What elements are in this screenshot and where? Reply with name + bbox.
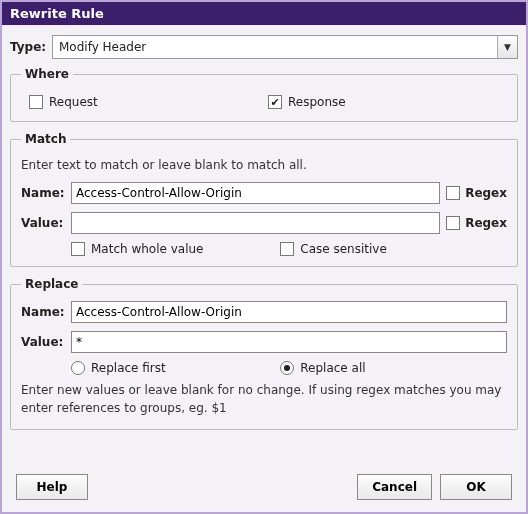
type-label: Type: xyxy=(10,40,46,54)
type-row: Type: Modify Header ▼ xyxy=(10,35,518,59)
replace-first-radio[interactable] xyxy=(71,361,85,375)
match-whole-label: Match whole value xyxy=(91,242,204,256)
window-titlebar: Rewrite Rule xyxy=(2,2,526,25)
replace-name-row: Name: xyxy=(21,301,507,323)
window-title: Rewrite Rule xyxy=(10,6,104,21)
request-label: Request xyxy=(49,95,98,109)
match-value-input[interactable] xyxy=(71,212,440,234)
match-name-row: Name: Regex xyxy=(21,182,507,204)
match-value-row: Value: Regex xyxy=(21,212,507,234)
type-select[interactable]: Modify Header ▼ xyxy=(52,35,518,59)
where-group: Where Request Response xyxy=(10,67,518,122)
replace-value-row: Value: xyxy=(21,331,507,353)
match-name-regex-label: Regex xyxy=(465,186,507,200)
match-value-label: Value: xyxy=(21,216,65,230)
help-button[interactable]: Help xyxy=(16,474,88,500)
match-name-regex-option[interactable]: Regex xyxy=(446,186,507,200)
request-checkbox[interactable] xyxy=(29,95,43,109)
cancel-button[interactable]: Cancel xyxy=(357,474,432,500)
response-option[interactable]: Response xyxy=(268,95,507,109)
match-name-regex-checkbox[interactable] xyxy=(446,186,460,200)
match-legend: Match xyxy=(21,132,70,146)
where-row: Request Response xyxy=(21,91,507,111)
match-value-regex-option[interactable]: Regex xyxy=(446,216,507,230)
match-whole-checkbox[interactable] xyxy=(71,242,85,256)
type-select-value: Modify Header xyxy=(52,35,518,59)
match-helper: Enter text to match or leave blank to ma… xyxy=(21,158,507,172)
button-bar: Help Cancel OK xyxy=(10,470,518,504)
replace-value-label: Value: xyxy=(21,335,65,349)
chevron-down-icon: ▼ xyxy=(497,36,517,58)
replace-name-input[interactable] xyxy=(71,301,507,323)
response-checkbox[interactable] xyxy=(268,95,282,109)
replace-all-option[interactable]: Replace all xyxy=(280,361,507,375)
replace-first-label: Replace first xyxy=(91,361,166,375)
rewrite-rule-window: Rewrite Rule Type: Modify Header ▼ Where… xyxy=(0,0,528,514)
case-sensitive-option[interactable]: Case sensitive xyxy=(280,242,507,256)
replace-group: Replace Name: Value: Replace first Repla… xyxy=(10,277,518,430)
replace-options-row: Replace first Replace all xyxy=(21,361,507,375)
replace-all-label: Replace all xyxy=(300,361,365,375)
case-sensitive-label: Case sensitive xyxy=(300,242,387,256)
request-option[interactable]: Request xyxy=(29,95,268,109)
content-area: Type: Modify Header ▼ Where Request Resp… xyxy=(2,25,526,512)
match-whole-option[interactable]: Match whole value xyxy=(71,242,280,256)
match-name-label: Name: xyxy=(21,186,65,200)
replace-all-radio[interactable] xyxy=(280,361,294,375)
match-name-input[interactable] xyxy=(71,182,440,204)
match-value-regex-checkbox[interactable] xyxy=(446,216,460,230)
replace-first-option[interactable]: Replace first xyxy=(71,361,280,375)
case-sensitive-checkbox[interactable] xyxy=(280,242,294,256)
replace-value-input[interactable] xyxy=(71,331,507,353)
replace-name-label: Name: xyxy=(21,305,65,319)
match-options-row: Match whole value Case sensitive xyxy=(21,242,507,256)
match-value-regex-label: Regex xyxy=(465,216,507,230)
replace-helper: Enter new values or leave blank for no c… xyxy=(21,381,507,417)
replace-legend: Replace xyxy=(21,277,82,291)
ok-button[interactable]: OK xyxy=(440,474,512,500)
response-label: Response xyxy=(288,95,346,109)
where-legend: Where xyxy=(21,67,73,81)
match-group: Match Enter text to match or leave blank… xyxy=(10,132,518,267)
